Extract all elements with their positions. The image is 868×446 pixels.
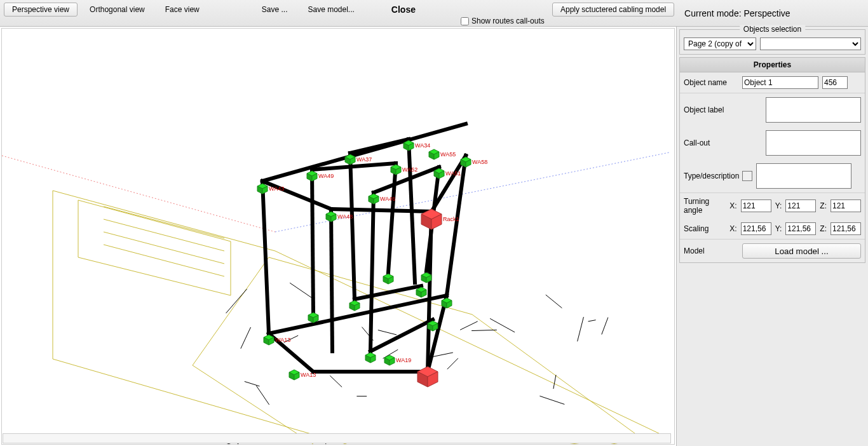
page-select[interactable]: Page 2 (copy of Pa <box>684 37 756 50</box>
svg-text:WA58: WA58 <box>472 159 487 165</box>
svg-text:WA13: WA13 <box>275 337 290 343</box>
model-row: Model Load model ... <box>680 240 865 262</box>
turning-z-label: Z: <box>820 201 827 210</box>
svg-line-15 <box>553 375 556 389</box>
svg-text:WA49: WA49 <box>318 173 334 179</box>
objects-selection-fieldset: Objects selection Page 2 (copy of Pa <box>679 29 865 55</box>
object-name-num-input[interactable] <box>822 76 848 89</box>
svg-line-45 <box>388 163 396 273</box>
svg-text:WA37: WA37 <box>356 156 372 163</box>
right-panel: Objects selection Page 2 (copy of Pa Pro… <box>676 27 868 446</box>
svg-line-44 <box>370 193 374 351</box>
svg-text:WA55: WA55 <box>440 151 456 158</box>
object-label-row: Object label <box>680 93 865 126</box>
turning-x-label: X: <box>729 201 736 210</box>
svg-line-10 <box>602 318 608 335</box>
orthogonal-view-button[interactable]: Orthogonal view <box>81 3 153 17</box>
object-select[interactable] <box>760 37 861 50</box>
svg-line-22 <box>290 283 312 298</box>
model-label: Model <box>684 247 738 255</box>
svg-line-42 <box>350 153 355 299</box>
svg-line-8 <box>256 386 269 405</box>
turning-z-input[interactable] <box>831 199 861 212</box>
object-name-input[interactable] <box>742 76 818 89</box>
svg-line-39 <box>370 320 433 351</box>
svg-line-13 <box>539 396 564 404</box>
svg-text:WA51: WA51 <box>445 170 461 177</box>
svg-line-0 <box>2 156 275 232</box>
svg-line-23 <box>578 317 584 341</box>
callout-input[interactable] <box>766 130 861 156</box>
svg-text:Rack1: Rack1 <box>443 216 459 222</box>
scaling-z-label: Z: <box>820 224 827 233</box>
load-model-button[interactable]: Load model ... <box>742 243 861 259</box>
turning-y-label: Y: <box>775 201 782 210</box>
turning-y-input[interactable] <box>785 199 816 212</box>
scaling-y-input[interactable] <box>785 222 816 235</box>
svg-text:WA34: WA34 <box>415 142 430 149</box>
svg-line-49 <box>447 156 466 295</box>
scaling-x-input[interactable] <box>741 222 771 235</box>
object-label-input[interactable] <box>766 97 861 123</box>
scaling-x-label: X: <box>729 224 736 233</box>
status-bar <box>3 433 671 443</box>
svg-line-6 <box>546 295 562 308</box>
svg-line-14 <box>330 375 342 387</box>
svg-line-24 <box>241 327 251 349</box>
turning-x-input[interactable] <box>741 199 771 212</box>
scene-svg: WA43WA49WA37WA48WA46WA52WA34WA55WA51WA58… <box>2 29 673 445</box>
svg-text:WA19: WA19 <box>396 357 411 363</box>
typedesc-toggle[interactable] <box>742 171 752 181</box>
face-view-button[interactable]: Face view <box>157 3 208 17</box>
svg-line-19 <box>245 381 260 386</box>
apply-cabling-button[interactable]: Apply sctuctered cabling model <box>552 3 674 17</box>
objects-selection-legend: Objects selection <box>740 25 805 34</box>
object-name-label: Object name <box>684 78 738 87</box>
perspective-view-button[interactable]: Perspective view <box>4 3 78 17</box>
scaling-y-label: Y: <box>775 224 782 233</box>
current-mode-label: Current mode: Perspective <box>684 8 790 18</box>
svg-text:WA48: WA48 <box>337 213 353 220</box>
svg-text:WA52: WA52 <box>402 166 417 173</box>
svg-line-40 <box>262 181 269 334</box>
show-routes-checkbox-wrap: Show routes call-outs <box>461 17 545 25</box>
viewport-3d[interactable]: WA43WA49WA37WA48WA46WA52WA34WA55WA51WA58… <box>1 28 675 445</box>
svg-line-48 <box>428 212 431 372</box>
svg-line-4 <box>460 321 478 330</box>
callout-row: Call-out <box>680 126 865 159</box>
typedesc-label: Type/description <box>684 172 738 180</box>
show-routes-label: Show routes call-outs <box>471 17 545 25</box>
svg-text:WA13: WA13 <box>301 372 316 378</box>
scaling-z-input[interactable] <box>831 222 861 235</box>
toolbar: Perspective view Orthogonal view Face vi… <box>0 0 868 27</box>
svg-line-11 <box>588 320 596 321</box>
svg-line-41 <box>312 170 313 311</box>
svg-line-12 <box>226 289 247 313</box>
save-model-button[interactable]: Save model... <box>299 3 362 17</box>
object-label-label: Object label <box>684 105 738 114</box>
typedesc-input[interactable] <box>756 163 851 189</box>
svg-line-29 <box>331 209 431 212</box>
typedesc-row: Type/description <box>680 159 865 193</box>
show-routes-checkbox[interactable] <box>461 17 469 25</box>
svg-line-25 <box>471 330 497 330</box>
svg-text:WA46: WA46 <box>380 196 395 202</box>
close-button[interactable]: Close <box>383 3 424 17</box>
properties-header: Properties <box>680 58 865 72</box>
turning-label: Turning angle <box>684 197 726 215</box>
scaling-label: Scaling <box>684 224 726 233</box>
svg-line-16 <box>447 358 458 369</box>
scaling-row: Scaling X: Y: Z: <box>680 219 865 239</box>
turning-row: Turning angle X: Y: Z: <box>680 193 865 219</box>
properties-panel: Properties Object name Object label Call… <box>679 57 865 263</box>
svg-line-31 <box>350 139 409 153</box>
svg-line-43 <box>331 209 332 351</box>
svg-line-3 <box>378 330 397 335</box>
svg-text:WA43: WA43 <box>269 186 284 192</box>
callout-label: Call-out <box>684 139 738 147</box>
object-name-row: Object name <box>680 72 865 93</box>
save-button[interactable]: Save ... <box>254 3 296 17</box>
